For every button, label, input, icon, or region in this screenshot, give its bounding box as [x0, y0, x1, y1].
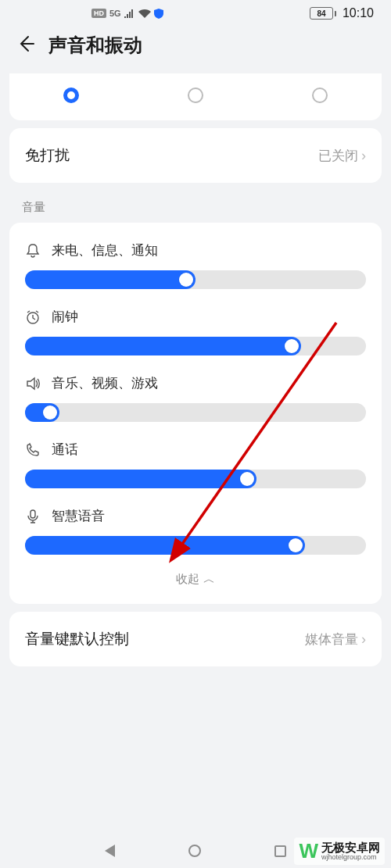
svg-rect-1: [30, 510, 35, 518]
nav-home[interactable]: [188, 845, 201, 857]
speaker-icon: [25, 376, 41, 391]
slider-thumb[interactable]: [285, 339, 299, 353]
volume-item-bell: 来电、信息、通知: [25, 229, 366, 295]
volume-slider[interactable]: [25, 470, 366, 488]
clock: 10:10: [343, 6, 374, 20]
volume-item-alarm: 闹钟: [25, 295, 366, 362]
volume-card: 来电、信息、通知 闹钟 音乐、视频、游戏 通话 智慧语音: [9, 223, 382, 604]
back-button[interactable]: [17, 34, 34, 58]
slider-thumb[interactable]: [43, 405, 57, 420]
volume-slider[interactable]: [25, 337, 366, 355]
dnd-label: 免打扰: [25, 145, 70, 166]
vol-key-value: 媒体音量 ›: [305, 630, 366, 648]
volume-label: 闹钟: [52, 308, 78, 326]
volume-slider[interactable]: [25, 403, 366, 422]
vol-key-label: 音量键默认控制: [25, 629, 129, 649]
slider-thumb[interactable]: [240, 472, 254, 486]
mode-option-silent[interactable]: [312, 88, 328, 103]
volume-label: 音乐、视频、游戏: [52, 374, 158, 392]
alarm-icon: [25, 309, 41, 325]
shield-icon: [154, 9, 163, 19]
slider-thumb[interactable]: [289, 538, 303, 552]
signal-bars-icon: [124, 9, 135, 18]
mode-option-sound[interactable]: [63, 88, 79, 103]
volume-slider[interactable]: [25, 270, 366, 289]
volume-slider[interactable]: [25, 536, 366, 555]
chevron-right-icon: ›: [361, 148, 366, 164]
network-indicator: 5G: [109, 9, 121, 18]
watermark-logo-icon: W: [299, 839, 317, 863]
volume-item-mic: 智慧语音: [25, 495, 366, 561]
chevron-up-icon: ︿: [203, 572, 215, 585]
mode-option-vibrate[interactable]: [188, 88, 203, 103]
watermark: W 无极安卓网 wjhotelgroup.com: [294, 838, 385, 865]
nav-recent[interactable]: [274, 845, 286, 857]
volume-label: 智慧语音: [52, 507, 105, 525]
collapse-button[interactable]: 收起 ︿: [25, 561, 366, 590]
volume-item-phone: 通话: [25, 428, 366, 495]
phone-icon: [25, 442, 41, 458]
wifi-icon: [138, 9, 151, 18]
volume-label: 来电、信息、通知: [52, 241, 158, 259]
volume-label: 通话: [52, 441, 78, 459]
bell-icon: [25, 243, 41, 259]
volume-key-card[interactable]: 音量键默认控制 媒体音量 ›: [9, 612, 382, 666]
nav-back[interactable]: [105, 845, 115, 857]
hd-badge: HD: [91, 9, 106, 18]
page-title: 声音和振动: [48, 33, 142, 58]
chevron-right-icon: ›: [361, 631, 366, 648]
volume-item-speaker: 音乐、视频、游戏: [25, 362, 366, 428]
battery-indicator: 84: [310, 7, 336, 20]
sound-mode-selector: [9, 73, 382, 120]
mic-icon: [25, 509, 41, 524]
slider-thumb[interactable]: [179, 273, 193, 287]
dnd-value: 已关闭 ›: [318, 147, 366, 165]
dnd-card[interactable]: 免打扰 已关闭 ›: [9, 128, 382, 183]
status-bar: HD 5G 84 10:10: [0, 0, 391, 23]
header: 声音和振动: [0, 23, 391, 73]
volume-section-title: 音量: [0, 183, 391, 223]
